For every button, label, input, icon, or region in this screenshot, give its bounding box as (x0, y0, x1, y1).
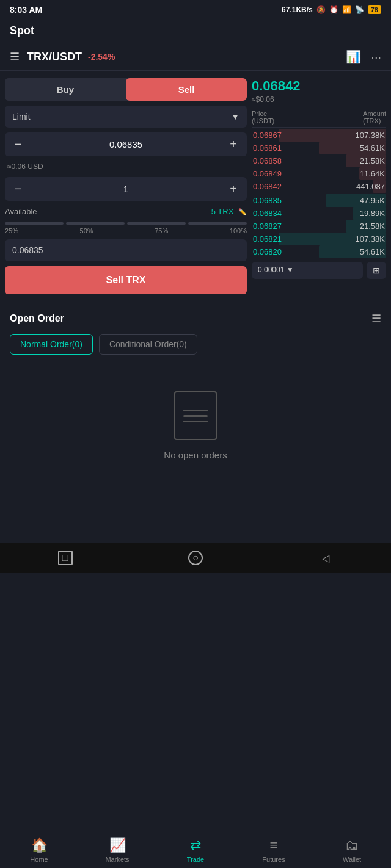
sell-tab[interactable]: Sell (126, 78, 247, 101)
ask-row[interactable]: 0.06861 54.61K (252, 142, 386, 154)
menu-icon[interactable]: ☰ (10, 50, 20, 63)
ask-rows: 0.06867 107.38K 0.06861 54.61K 0.06858 2… (252, 129, 386, 193)
ob-controls: 0.00001 ▼ ⊞ (252, 262, 386, 279)
total-input[interactable]: 0.06835 (5, 239, 247, 261)
more-icon[interactable]: ··· (371, 50, 381, 64)
mute-icon: 🔕 (316, 5, 326, 14)
pct-label-100[interactable]: 100% (230, 227, 247, 234)
open-order-section: Open Order ☰ Normal Order(0) Conditional… (0, 302, 391, 494)
order-type-select[interactable]: Limit ▼ (5, 106, 247, 128)
price-usd: ≈$0.06 (252, 95, 386, 104)
alarm-icon: ⏰ (329, 5, 338, 14)
bid-row[interactable]: 0.06821 107.38K (252, 233, 386, 245)
pair-change: -2.54% (88, 52, 115, 62)
wallet-icon: 🗂 (345, 837, 359, 853)
trade-icon: ⇄ (190, 837, 201, 853)
bid-row[interactable]: 0.06835 47.95K (252, 194, 386, 207)
pct-label-25[interactable]: 25% (5, 227, 18, 234)
edit-icon[interactable]: ✏️ (238, 208, 247, 215)
pair-name[interactable]: TRX/USDT (27, 51, 82, 63)
android-square-button[interactable]: □ (58, 551, 73, 565)
pct-label-50[interactable]: 50% (80, 227, 93, 234)
pct-track-75[interactable] (127, 222, 186, 225)
empty-state: No open orders (10, 367, 381, 485)
android-home-button[interactable]: ○ (188, 551, 203, 565)
home-icon: 🏠 (31, 837, 48, 853)
icon-line-2 (183, 415, 208, 417)
pct-track-row (5, 222, 247, 225)
amount-input[interactable] (26, 184, 227, 194)
right-panel: 0.06842 ≈$0.06 Price(USDT) Amount(TRX) 0… (252, 78, 386, 294)
status-right: 67.1KB/s 🔕 ⏰ 📶 📡 78 (282, 5, 381, 14)
android-nav: □ ○ ◁ (0, 543, 391, 573)
price-increase-button[interactable]: + (226, 137, 241, 151)
tick-size-select[interactable]: 0.00001 ▼ (252, 262, 363, 279)
pct-track-100[interactable] (188, 222, 247, 225)
ask-row[interactable]: 0.06858 21.58K (252, 154, 386, 167)
chart-icon[interactable]: 📊 (346, 49, 361, 64)
futures-icon: ≡ (270, 837, 278, 853)
price-input-row: − + (5, 132, 247, 156)
trade-label: Trade (187, 856, 204, 863)
signal-icon: 📶 (342, 5, 351, 14)
dropdown-arrow: ▼ (231, 112, 239, 121)
spot-title: Spot (10, 24, 34, 37)
icon-line-1 (183, 410, 208, 411)
order-tabs: Normal Order(0) Conditional Order(0) (10, 334, 381, 355)
nav-home[interactable]: 🏠 Home (0, 837, 78, 863)
battery-indicator: 78 (368, 5, 381, 14)
ask-row[interactable]: 0.06849 11.64K (252, 167, 386, 180)
pct-label-75[interactable]: 75% (155, 227, 168, 234)
open-order-header: Open Order ☰ (10, 312, 381, 325)
wifi-icon: 📡 (355, 5, 364, 14)
tick-size-value: 0.00001 (258, 266, 284, 274)
order-type-label: Limit (12, 112, 31, 121)
sell-trx-button[interactable]: Sell TRX (5, 266, 247, 294)
ask-row[interactable]: 0.06842 441.087 (252, 180, 386, 193)
nav-trade[interactable]: ⇄ Trade (156, 837, 235, 863)
markets-icon: 📈 (109, 837, 126, 853)
normal-order-tab[interactable]: Normal Order(0) (10, 334, 93, 355)
pct-track-50[interactable] (66, 222, 125, 225)
amount-decrease-button[interactable]: − (11, 182, 26, 196)
price-decrease-button[interactable]: − (11, 137, 26, 151)
ask-row[interactable]: 0.06867 107.38K (252, 129, 386, 142)
usd-equiv: ≈0.06 USD (5, 161, 247, 172)
available-row: Available 5 TRX ✏️ (5, 206, 247, 217)
empty-icon (174, 391, 217, 440)
current-price: 0.06842 (252, 78, 386, 94)
pct-track-25[interactable] (5, 222, 64, 225)
available-amount: 5 TRX ✏️ (211, 207, 247, 216)
amount-header: Amount(TRX) (363, 110, 386, 125)
order-filter-icon[interactable]: ☰ (371, 312, 381, 325)
available-label: Available (5, 207, 37, 216)
amount-input-row: − + (5, 177, 247, 201)
bid-row[interactable]: 0.06820 54.61K (252, 245, 386, 258)
empty-text: No open orders (164, 450, 227, 460)
futures-label: Futures (262, 856, 285, 863)
bid-row[interactable]: 0.06827 21.58K (252, 220, 386, 233)
nav-futures[interactable]: ≡ Futures (235, 837, 313, 863)
wallet-label: Wallet (343, 856, 361, 863)
buy-tab[interactable]: Buy (5, 78, 126, 101)
bid-rows: 0.06835 47.95K 0.06834 19.89K 0.06827 21… (252, 194, 386, 258)
orderbook-headers: Price(USDT) Amount(TRX) (252, 107, 386, 128)
nav-wallet[interactable]: 🗂 Wallet (313, 837, 391, 863)
pair-header: ☰ TRX/USDT -2.54% 📊 ··· (0, 43, 391, 71)
bid-row[interactable]: 0.06834 19.89K (252, 207, 386, 220)
nav-markets[interactable]: 📈 Markets (78, 837, 156, 863)
main-content: Buy Sell Limit ▼ − + ≈0.06 USD − + Avail… (0, 71, 391, 302)
open-order-title: Open Order (10, 313, 64, 324)
conditional-order-tab[interactable]: Conditional Order(0) (99, 334, 197, 355)
network-speed: 67.1KB/s (282, 5, 313, 14)
amount-increase-button[interactable]: + (226, 182, 241, 196)
price-input[interactable] (26, 139, 227, 150)
ob-layout-button[interactable]: ⊞ (367, 262, 386, 279)
markets-label: Markets (105, 856, 129, 863)
price-header: Price(USDT) (252, 110, 274, 125)
android-back-button[interactable]: ◁ (318, 551, 333, 565)
buy-sell-tabs: Buy Sell (5, 78, 247, 101)
page-title: Spot (0, 20, 391, 43)
icon-line-3 (183, 421, 208, 422)
percentage-bars: 25% 50% 75% 100% (5, 222, 247, 234)
